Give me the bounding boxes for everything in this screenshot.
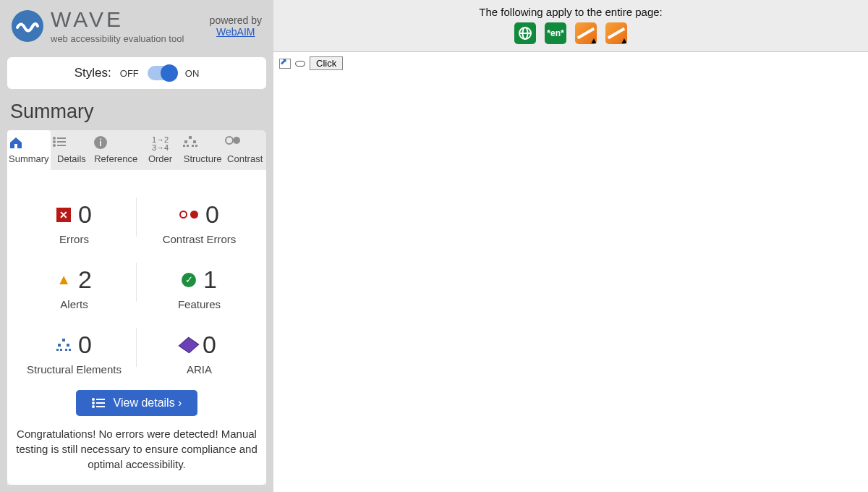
brand-name: WAVE — [51, 7, 184, 32]
tab-label: Details — [57, 153, 86, 164]
svg-rect-30 — [96, 406, 105, 407]
svg-rect-22 — [60, 349, 62, 351]
powered-by-label: powered by — [210, 14, 262, 26]
page-overlay-header: The following apply to the entire page: … — [273, 0, 868, 52]
svg-rect-13 — [187, 145, 189, 147]
contrast-error-icon — [179, 210, 198, 220]
svg-rect-18 — [62, 339, 65, 342]
metric-value: 2 — [78, 266, 92, 294]
summary-panel: ✕ 0 Errors 0 Contrast Errors — [7, 170, 266, 485]
svg-rect-7 — [100, 141, 101, 146]
svg-rect-24 — [69, 349, 71, 351]
webaim-link[interactable]: WebAIM — [216, 26, 255, 38]
language-icon[interactable] — [514, 22, 536, 44]
styles-label: Styles: — [75, 66, 111, 80]
svg-rect-11 — [193, 140, 196, 143]
alert-icon: ▲ — [56, 271, 71, 288]
alert-region-icon[interactable] — [575, 22, 597, 44]
tab-details[interactable]: Details — [51, 130, 93, 170]
metric-label: ARIA — [140, 363, 259, 376]
tab-reference[interactable]: Reference — [93, 130, 139, 170]
structure-icon — [183, 136, 223, 150]
pill-icon — [295, 61, 305, 67]
svg-point-16 — [226, 137, 233, 144]
metric-label: Features — [140, 298, 259, 310]
metric-value: 0 — [78, 200, 92, 229]
svg-rect-21 — [56, 349, 59, 351]
congrats-message: Congratulations! No errors were detected… — [12, 426, 262, 472]
page-title: Summary — [10, 101, 266, 123]
page-header-text: The following apply to the entire page: — [273, 6, 868, 18]
metric-contrast-errors: 0 Contrast Errors — [137, 184, 262, 250]
tab-summary[interactable]: Summary — [7, 130, 51, 170]
brand-subtitle: web accessibility evaluation tool — [51, 33, 184, 44]
svg-point-27 — [92, 402, 95, 404]
wave-logo-icon — [12, 10, 43, 42]
powered-by: powered by WebAIM — [210, 14, 262, 38]
styles-on-label: ON — [185, 68, 200, 79]
styles-off-label: OFF — [120, 68, 139, 79]
tab-label: Structure — [184, 153, 222, 164]
page-header-icons: *en* — [273, 22, 868, 44]
svg-point-2 — [53, 140, 56, 143]
list-icon — [92, 398, 105, 408]
view-details-button[interactable]: View details › — [76, 390, 198, 416]
svg-rect-15 — [195, 145, 197, 147]
click-button[interactable]: Click — [310, 56, 343, 70]
tab-structure[interactable]: Structure — [182, 130, 224, 170]
tab-label: Summary — [9, 153, 49, 164]
svg-rect-26 — [96, 399, 105, 400]
tabs: Summary Details Reference 1→23→4 Ord — [7, 130, 266, 170]
svg-point-0 — [53, 137, 56, 140]
svg-rect-9 — [189, 136, 192, 139]
metrics-grid: ✕ 0 Errors 0 Contrast Errors — [12, 184, 262, 380]
lang-en-icon[interactable]: *en* — [545, 22, 566, 44]
svg-rect-8 — [100, 139, 101, 140]
brand: WAVE web accessibility evaluation tool — [12, 7, 184, 44]
info-icon — [94, 136, 137, 150]
metric-value: 0 — [78, 331, 92, 359]
error-icon: ✕ — [56, 208, 71, 222]
metric-errors: ✕ 0 Errors — [12, 184, 137, 250]
svg-rect-5 — [57, 145, 66, 146]
svg-rect-3 — [57, 141, 66, 143]
tab-contrast[interactable]: Contrast — [224, 130, 266, 170]
broken-image-icon — [279, 59, 291, 69]
styles-toggle-card: Styles: OFF ON — [7, 57, 266, 89]
metric-label: Structural Elements — [14, 363, 134, 376]
aria-icon — [179, 336, 200, 352]
tab-order[interactable]: 1→23→4 Order — [139, 130, 182, 170]
styles-toggle[interactable] — [148, 66, 176, 80]
svg-rect-10 — [184, 140, 187, 143]
home-icon — [9, 136, 49, 150]
svg-point-25 — [92, 398, 95, 401]
svg-rect-20 — [67, 344, 69, 347]
svg-rect-19 — [58, 344, 61, 347]
wave-sidebar: WAVE web accessibility evaluation tool p… — [0, 0, 273, 492]
svg-rect-23 — [65, 349, 67, 351]
alert-region-icon-2[interactable] — [605, 22, 627, 44]
toggle-knob-icon — [161, 64, 178, 82]
metric-value: 1 — [203, 266, 217, 294]
metric-aria: 0 ARIA — [137, 315, 262, 380]
metric-alerts: ▲ 2 Alerts — [12, 250, 137, 315]
page-content: The following apply to the entire page: … — [273, 0, 868, 492]
svg-rect-28 — [96, 402, 105, 404]
content-inline-row: Click — [279, 56, 862, 70]
svg-rect-12 — [183, 145, 185, 147]
svg-rect-1 — [57, 137, 66, 139]
metric-value: 0 — [203, 331, 216, 359]
list-icon — [52, 136, 92, 150]
brand-row: WAVE web accessibility evaluation tool p… — [7, 0, 266, 44]
tab-label: Contrast — [227, 153, 263, 164]
tabs-container: Summary Details Reference 1→23→4 Ord — [7, 130, 266, 485]
tab-label: Order — [148, 153, 172, 164]
svg-point-29 — [92, 405, 95, 408]
tab-label: Reference — [94, 153, 137, 164]
order-icon: 1→23→4 — [140, 136, 180, 150]
metric-value: 0 — [205, 200, 219, 229]
metric-features: ✓ 1 Features — [137, 250, 262, 315]
svg-point-4 — [53, 144, 56, 147]
svg-rect-14 — [192, 145, 194, 147]
view-details-label: View details › — [114, 396, 182, 410]
